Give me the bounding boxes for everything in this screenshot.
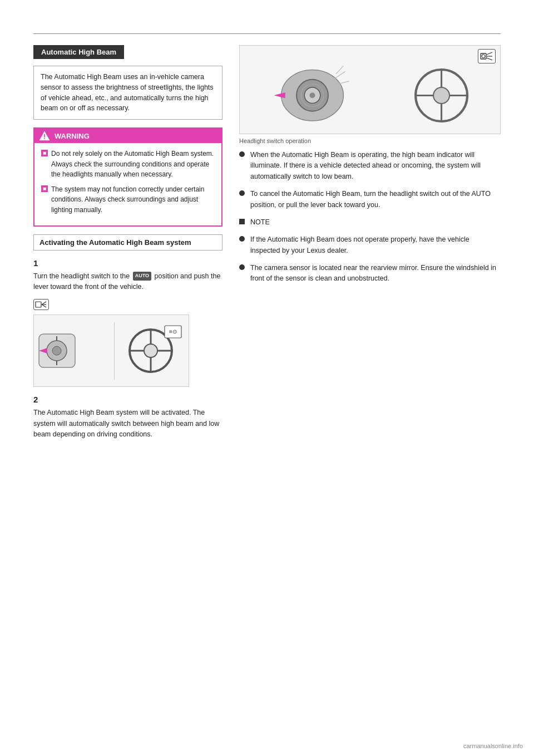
section-header: Automatic High Beam [33,45,124,59]
bullet-text-2: To cancel the Automatic High Beam, turn … [250,189,501,210]
footer-watermark: carmanualsonline.info [463,743,523,749]
step-1: 1 Turn the headlight switch to the AUTO … [33,258,222,387]
bullet-circle-1 [239,151,245,157]
step-1-image: ≡⊙ [33,315,189,387]
svg-marker-29 [274,92,285,98]
step-1-text: Turn the headlight switch to the AUTO po… [33,271,222,293]
right-bullet-3: If the Automatic High Beam does not oper… [239,234,501,256]
warning-content: ■ Do not rely solely on the Automatic Hi… [41,149,215,215]
knob-diagram [36,323,114,379]
wheel-diagram: ≡⊙ [115,323,187,379]
step-2-text: The Automatic High Beam system will be a… [33,408,222,440]
right-bullet-4: The camera sensor is located near the re… [239,263,501,284]
step-2: 2 The Automatic High Beam system will be… [33,395,222,440]
svg-line-28 [336,66,343,73]
warning-label: WARNING [55,132,90,140]
image-caption: Headlight switch operation [239,138,501,144]
right-bullet-1: When the Automatic High Beam is operatin… [239,150,501,182]
svg-point-24 [309,92,315,98]
svg-point-14 [144,344,157,357]
step-1-icons [33,297,222,312]
warning-bullet-text-1: Do not rely solely on the Automatic High… [51,149,215,180]
bullet-circle-4 [239,264,245,270]
bullet-text-1: When the Automatic High Beam is operatin… [250,150,501,182]
headlight-left-icon [33,299,49,310]
step-1-number: 1 [33,258,222,268]
svg-line-3 [42,302,46,305]
bullet-circle-2 [239,190,245,196]
top-right-icon-badge [478,49,496,63]
bullet-circle-3 [239,236,245,242]
page: Automatic High Beam The Automatic High B… [0,0,534,756]
right-column: Headlight switch operation When the Auto… [239,45,501,448]
main-layout: Automatic High Beam The Automatic High B… [0,45,534,448]
svg-point-31 [433,87,449,104]
warning-triangle-icon: ! [39,131,50,141]
auto-badge: AUTO [133,272,151,281]
warning-bullet-2: ■ The system may not function correctly … [41,184,215,215]
note-square-icon [239,219,245,224]
warning-bullet-marker-2: ■ [41,185,48,192]
warning-bullet-text-2: The system may not function correctly un… [51,184,215,215]
intro-box: The Automatic High Beam uses an in-vehic… [33,66,222,120]
warning-bullet-1: ■ Do not rely solely on the Automatic Hi… [41,149,215,180]
right-bullet-2: To cancel the Automatic High Beam, turn … [239,189,501,210]
intro-text: The Automatic High Beam uses an in-vehic… [41,73,214,112]
svg-line-40 [487,58,492,60]
top-image-box [239,45,501,134]
warning-header: ! WARNING [34,129,221,143]
warning-box: ! WARNING ■ Do not rely solely on the Au… [33,127,222,227]
svg-line-5 [42,305,46,307]
dash-steering-diagram [389,52,493,127]
right-note-marker: NOTE [239,217,501,228]
high-beam-indicator-icon [480,51,493,61]
svg-point-8 [52,346,61,355]
svg-text:≡⊙: ≡⊙ [169,328,177,335]
svg-line-38 [487,52,492,55]
svg-line-26 [335,72,345,78]
note-label: NOTE [250,217,270,228]
bullet-text-4: The camera sensor is located near the re… [250,263,501,284]
step-2-number: 2 [33,395,222,404]
knob-closeup-diagram [246,50,389,129]
subsection-header: Activating the Automatic High Beam syste… [33,234,222,251]
svg-text:!: ! [43,133,46,141]
bullet-text-3: If the Automatic High Beam does not oper… [250,234,501,256]
warning-bullet-marker-1: ■ [41,150,48,156]
top-divider [33,33,501,34]
svg-point-37 [482,55,485,58]
left-column: Automatic High Beam The Automatic High B… [33,45,222,448]
svg-rect-2 [36,302,41,307]
